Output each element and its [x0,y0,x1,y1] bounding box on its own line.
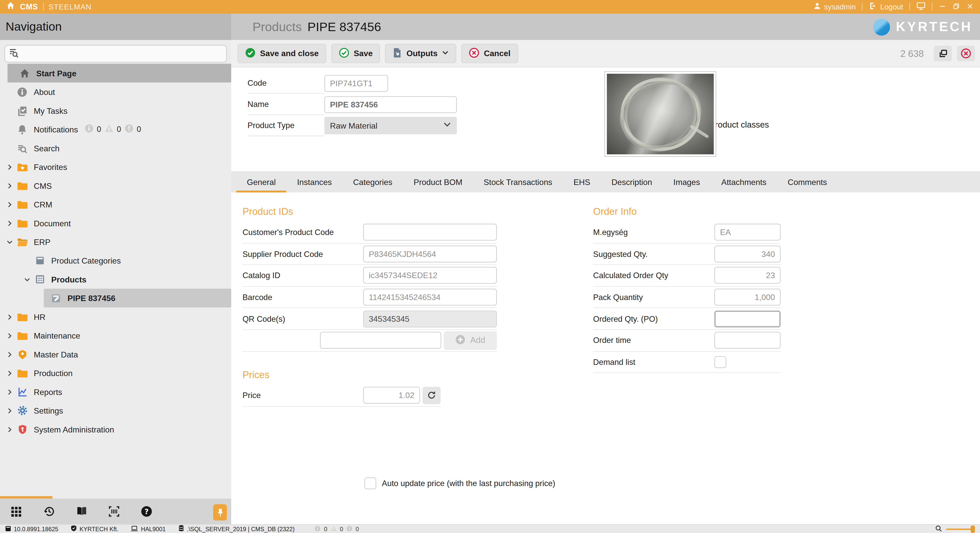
nav-item-master-data[interactable]: Master Data [0,345,231,364]
demand-list-label: Demand list [593,357,714,367]
nav-item-document[interactable]: Document [0,214,231,232]
chevron-right-icon[interactable] [5,426,14,432]
main-panel: Products PIPE 837456 KYRTECH Save and cl… [231,14,980,524]
nav-item-start-page[interactable]: Start Page [7,64,231,83]
prices-section: Price [242,385,441,407]
chevron-right-icon[interactable] [5,164,14,170]
tab-attachments[interactable]: Attachments [711,171,777,193]
current-user[interactable]: sysadmin [813,2,856,12]
unit-field[interactable] [714,224,781,240]
folder-icon [16,312,28,321]
tab-instances[interactable]: Instances [286,171,342,193]
nav-item-about[interactable]: About [0,83,231,101]
manual-book-icon[interactable] [65,506,97,517]
host-name: HAL9001 [131,525,165,533]
logout-button[interactable]: Logout [869,2,903,12]
nav-item-production[interactable]: Production [0,364,231,382]
chevron-right-icon[interactable] [5,202,14,207]
tab-stock-transactions[interactable]: Stock Transactions [473,171,563,193]
code-field[interactable] [325,75,388,92]
apps-grid-icon[interactable] [0,506,32,517]
add-qr-button[interactable]: Add [444,331,497,350]
navigation-search[interactable] [4,45,227,62]
nav-item-settings[interactable]: Settings [0,401,231,420]
product-type-select[interactable]: Raw Material [325,117,457,134]
save-and-close-button[interactable]: Save and close [238,44,326,63]
chevron-right-icon[interactable] [5,408,14,413]
nav-item-crm[interactable]: CRM [0,195,231,213]
nav-item-system-administration[interactable]: System Administration [0,420,231,439]
close-icon[interactable] [966,1,974,13]
history-icon[interactable] [32,506,65,517]
nav-item-pipe-837456[interactable]: PIPE 837456 [44,289,231,307]
catalog-id-field[interactable] [363,267,497,284]
nav-item-hr[interactable]: HR [0,307,231,326]
nav-item-notifications[interactable]: Notifications 0 0 0 [0,120,231,138]
close-record-button[interactable] [957,46,975,61]
zoom-slider-handle[interactable] [970,525,975,533]
save-button[interactable]: Save [331,44,380,63]
ordered-qty-po-field[interactable] [714,310,781,327]
app-version: 10.0.8991.18625 [5,525,59,533]
calculated-order-qty-field[interactable] [714,267,781,284]
home-icon[interactable] [6,1,15,13]
cancel-button[interactable]: Cancel [461,44,518,63]
tab-ehs[interactable]: EHS [563,171,601,193]
nav-item-cms[interactable]: CMS [0,176,231,195]
tab-comments[interactable]: Comments [777,171,838,193]
chevron-down-icon[interactable] [5,239,14,245]
nav-item-erp[interactable]: ERP [0,232,231,251]
nav-item-search[interactable]: Search [0,139,231,158]
tab-description[interactable]: Description [601,171,663,193]
chevron-right-icon[interactable] [5,389,14,395]
tab-images[interactable]: Images [663,171,711,193]
workspace-name: STEELMAN [48,3,91,11]
tab-categories[interactable]: Categories [342,171,403,193]
minimize-icon[interactable] [939,1,946,13]
windows-list-button[interactable] [934,46,952,61]
demand-list-checkbox[interactable] [714,356,726,368]
customer-product-code-field[interactable] [363,224,497,240]
suggested-qty-field[interactable] [714,245,781,262]
refresh-price-button[interactable] [423,387,441,404]
chevron-right-icon[interactable] [5,220,14,226]
product-photo[interactable] [605,71,716,157]
order-time-field[interactable] [714,332,781,349]
auto-update-price-checkbox[interactable] [364,477,376,489]
price-field[interactable] [363,387,420,404]
restore-icon[interactable] [953,1,960,13]
nav-item-reports[interactable]: Reports [0,382,231,401]
pin-button[interactable] [213,504,227,520]
nav-item-maintenance[interactable]: Maintenance [0,326,231,345]
name-field[interactable] [325,96,457,113]
chevron-down-icon[interactable] [22,277,31,282]
app-window: CMS STEELMAN sysadmin Logout [0,0,980,533]
database-icon [178,525,184,533]
new-qr-code-field[interactable] [320,332,441,349]
barcode-scanner-icon[interactable] [97,506,130,517]
nav-item-favorites[interactable]: Favorites [0,158,231,176]
help-icon[interactable]: ? [130,506,162,517]
nav-item-product-categories[interactable]: Product Categories [0,251,231,270]
order-info-section: M.egység Suggested Qty. Calculated Order… [593,222,781,373]
display-icon[interactable] [916,1,926,13]
suggested-qty-row: Suggested Qty. [593,243,781,265]
nav-item-products[interactable]: Products [0,270,231,289]
navigation-search-input[interactable] [23,49,223,59]
supplier-product-code-field[interactable] [363,245,497,262]
zoom-slider[interactable] [946,525,975,533]
module-title: Products [252,20,302,34]
barcode-field[interactable] [363,289,497,305]
chevron-right-icon[interactable] [5,333,14,338]
user-icon [813,2,821,12]
outputs-button[interactable]: Outputs [385,44,456,63]
chevron-right-icon[interactable] [5,183,14,188]
nav-item-my-tasks[interactable]: My Tasks [0,101,231,120]
chevron-right-icon[interactable] [5,314,14,320]
tab-product-bom[interactable]: Product BOM [403,171,473,193]
chevron-right-icon[interactable] [5,370,14,376]
qr-code-field[interactable] [363,310,497,327]
tab-general[interactable]: General [236,171,286,193]
pack-quantity-field[interactable] [714,289,781,305]
chevron-right-icon[interactable] [5,352,14,357]
